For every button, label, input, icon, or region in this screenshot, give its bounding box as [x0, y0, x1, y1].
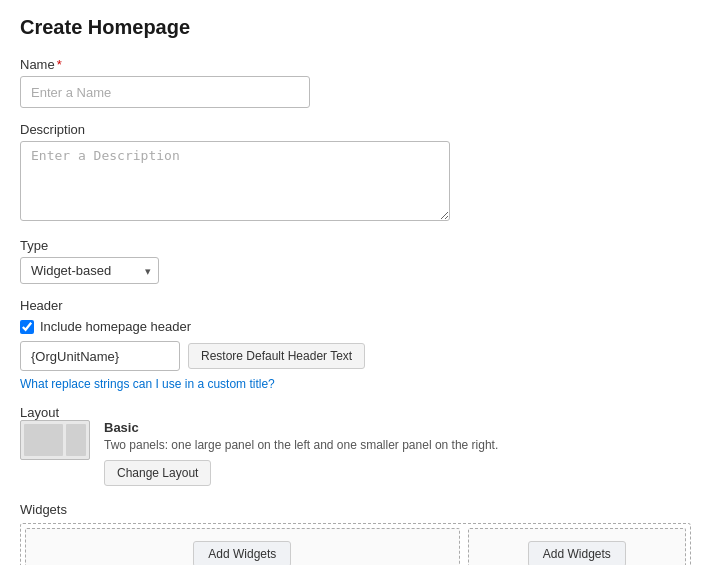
- include-header-checkbox[interactable]: [20, 320, 34, 334]
- widget-panel-right: Add Widgets: [468, 528, 686, 565]
- description-field-group: Description: [20, 122, 691, 224]
- layout-preview-row: Basic Two panels: one large panel on the…: [20, 420, 691, 486]
- name-field-group: Name*: [20, 57, 691, 108]
- header-label: Header: [20, 298, 691, 313]
- replace-strings-link[interactable]: What replace strings can I use in a cust…: [20, 377, 275, 391]
- widgets-section: Widgets Add Widgets Add Widgets: [20, 502, 691, 565]
- layout-thumbnail: [20, 420, 90, 460]
- layout-info: Basic Two panels: one large panel on the…: [104, 420, 498, 486]
- layout-description: Two panels: one large panel on the left …: [104, 438, 498, 452]
- add-widgets-right-button[interactable]: Add Widgets: [528, 541, 626, 565]
- widget-panel-left: Add Widgets: [25, 528, 460, 565]
- description-label: Description: [20, 122, 691, 137]
- layout-name: Basic: [104, 420, 498, 435]
- add-widgets-left-button[interactable]: Add Widgets: [193, 541, 291, 565]
- layout-section: Layout Basic Two panels: one large panel…: [20, 405, 691, 486]
- type-select[interactable]: Widget-based Visualforce Page Lightning …: [20, 257, 159, 284]
- type-label: Type: [20, 238, 691, 253]
- widgets-label: Widgets: [20, 502, 691, 517]
- name-input[interactable]: [20, 76, 310, 108]
- widgets-container: Add Widgets Add Widgets: [20, 523, 691, 565]
- header-text-input[interactable]: {OrgUnitName}: [20, 341, 180, 371]
- header-field-group: Header Include homepage header {OrgUnitN…: [20, 298, 691, 391]
- restore-default-button[interactable]: Restore Default Header Text: [188, 343, 365, 369]
- page-title: Create Homepage: [20, 16, 691, 39]
- type-field-group: Type Widget-based Visualforce Page Light…: [20, 238, 691, 284]
- change-layout-button[interactable]: Change Layout: [104, 460, 211, 486]
- include-header-row: Include homepage header: [20, 319, 691, 334]
- layout-panel-small: [66, 424, 86, 456]
- header-input-row: {OrgUnitName} Restore Default Header Tex…: [20, 341, 691, 371]
- description-textarea[interactable]: [20, 141, 450, 221]
- layout-label: Layout: [20, 405, 691, 420]
- layout-panel-large: [24, 424, 63, 456]
- include-header-label: Include homepage header: [40, 319, 191, 334]
- name-label: Name*: [20, 57, 691, 72]
- type-select-wrapper: Widget-based Visualforce Page Lightning …: [20, 257, 159, 284]
